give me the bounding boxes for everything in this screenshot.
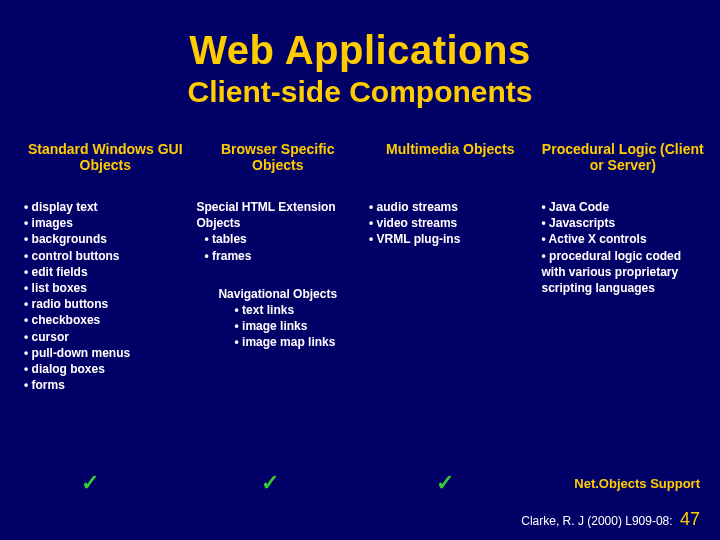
list-item: • radio buttons — [24, 296, 187, 312]
list-item: • images — [24, 215, 187, 231]
support-label: Net.Objects Support — [574, 476, 720, 491]
column-header: Browser Specific Objects — [197, 141, 360, 179]
column-header: Procedural Logic (Client or Server) — [542, 141, 705, 179]
columns-container: Standard Windows GUI Objects • display t… — [0, 121, 720, 393]
list-item: • VRML plug-ins — [369, 231, 532, 247]
slide-subtitle: Client-side Components — [0, 75, 720, 109]
list-item: • cursor — [24, 329, 187, 345]
slide-title: Web Applications — [0, 28, 720, 73]
column-body: Special HTML Extension Objects • tables … — [197, 199, 360, 351]
list-item: • checkboxes — [24, 312, 187, 328]
list-item: • image map links — [197, 334, 360, 350]
citation-text: Clarke, R. J (2000) L909-08: — [521, 514, 672, 528]
checks-row: ✓ ✓ ✓ Net.Objects Support — [0, 470, 720, 496]
list-item: • audio streams — [369, 199, 532, 215]
column-body: • Java Code • Javascripts • Active X con… — [542, 199, 705, 296]
list-item: • control buttons — [24, 248, 187, 264]
list-item: • list boxes — [24, 280, 187, 296]
column-multimedia: Multimedia Objects • audio streams • vid… — [369, 141, 532, 393]
column-standard-gui: Standard Windows GUI Objects • display t… — [24, 141, 187, 393]
column-header: Multimedia Objects — [369, 141, 532, 179]
page-number: 47 — [676, 509, 700, 529]
list-item: • Javascripts — [542, 215, 705, 231]
list-item: • Java Code — [542, 199, 705, 215]
list-item: • tables — [205, 231, 360, 247]
list-item: • frames — [205, 248, 360, 264]
citation: Clarke, R. J (2000) L909-08: 47 — [521, 509, 700, 530]
subsection-title: Special HTML Extension Objects — [197, 199, 360, 231]
list-item: • video streams — [369, 215, 532, 231]
list-item: • image links — [197, 318, 360, 334]
column-browser-specific: Browser Specific Objects Special HTML Ex… — [197, 141, 360, 393]
column-body: • audio streams • video streams • VRML p… — [369, 199, 532, 248]
list-item: • dialog boxes — [24, 361, 187, 377]
column-procedural-logic: Procedural Logic (Client or Server) • Ja… — [542, 141, 705, 393]
list-item: • Active X controls — [542, 231, 705, 247]
column-body: • display text • images • backgrounds • … — [24, 199, 187, 393]
list-item: • pull-down menus — [24, 345, 187, 361]
check-icon: ✓ — [360, 470, 530, 496]
list-item: • display text — [24, 199, 187, 215]
check-icon: ✓ — [180, 470, 360, 496]
list-item: • text links — [197, 302, 360, 318]
list-item: • edit fields — [24, 264, 187, 280]
check-icon: ✓ — [0, 470, 180, 496]
subsection-title: Navigational Objects — [197, 286, 360, 302]
list-item: • procedural logic coded with various pr… — [542, 248, 705, 297]
column-header: Standard Windows GUI Objects — [24, 141, 187, 179]
list-item: • backgrounds — [24, 231, 187, 247]
list-item: • forms — [24, 377, 187, 393]
